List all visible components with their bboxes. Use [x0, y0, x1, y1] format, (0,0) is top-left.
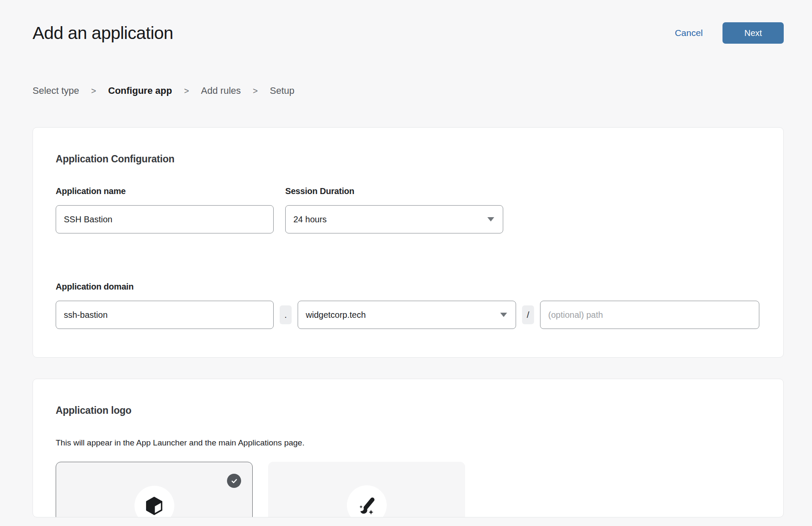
- subdomain-input[interactable]: [56, 301, 274, 329]
- session-duration-select[interactable]: 24 hours: [285, 205, 503, 233]
- domain-zone-select[interactable]: widgetcorp.tech: [298, 301, 516, 329]
- breadcrumb-step-setup[interactable]: Setup: [270, 85, 295, 96]
- page-header: Add an application Cancel Next: [33, 22, 784, 44]
- selected-check-badge: [227, 474, 241, 488]
- breadcrumb: Select type > Configure app > Add rules …: [33, 85, 784, 96]
- breadcrumb-separator: >: [91, 86, 96, 96]
- breadcrumb-step-add-rules[interactable]: Add rules: [201, 85, 241, 96]
- logo-option-custom[interactable]: [268, 462, 465, 517]
- slash-separator: /: [522, 305, 534, 324]
- session-duration-value: 24 hours: [293, 215, 327, 224]
- name-session-row: Application name Session Duration 24 hou…: [56, 186, 761, 233]
- application-configuration-heading: Application Configuration: [56, 153, 761, 165]
- cancel-button[interactable]: Cancel: [675, 28, 703, 38]
- paintbrush-icon: [355, 494, 378, 517]
- session-duration-field: Session Duration 24 hours: [285, 186, 503, 233]
- breadcrumb-step-configure-app[interactable]: Configure app: [108, 85, 172, 96]
- application-logo-description: This will appear in the App Launcher and…: [56, 438, 761, 448]
- application-name-field: Application name: [56, 186, 274, 233]
- breadcrumb-step-select-type[interactable]: Select type: [33, 85, 79, 96]
- domain-zone-value: widgetcorp.tech: [306, 310, 366, 320]
- add-application-page: Add an application Cancel Next Select ty…: [33, 22, 784, 517]
- session-duration-label: Session Duration: [285, 186, 503, 196]
- application-name-label: Application name: [56, 186, 274, 196]
- dot-separator: .: [280, 305, 292, 324]
- application-domain-row: . widgetcorp.tech /: [56, 301, 761, 329]
- application-logo-card: Application logo This will appear in the…: [33, 379, 784, 517]
- application-name-input[interactable]: [56, 205, 274, 233]
- logo-options: [56, 462, 761, 517]
- chevron-down-icon: [500, 313, 507, 317]
- next-button[interactable]: Next: [722, 22, 784, 44]
- application-domain-field: Application domain . widgetcorp.tech /: [56, 282, 761, 329]
- header-actions: Cancel Next: [675, 22, 784, 44]
- check-icon: [230, 477, 239, 485]
- breadcrumb-separator: >: [253, 86, 258, 96]
- application-configuration-card: Application Configuration Application na…: [33, 127, 784, 358]
- chevron-down-icon: [487, 217, 494, 221]
- cube-icon: [143, 495, 165, 517]
- logo-option-default[interactable]: [56, 462, 253, 517]
- custom-logo-circle: [347, 485, 387, 517]
- default-logo-circle: [134, 486, 174, 517]
- page-title: Add an application: [33, 23, 173, 43]
- application-domain-label: Application domain: [56, 282, 761, 292]
- path-input[interactable]: [540, 301, 759, 329]
- breadcrumb-separator: >: [184, 86, 189, 96]
- application-logo-heading: Application logo: [56, 405, 761, 416]
